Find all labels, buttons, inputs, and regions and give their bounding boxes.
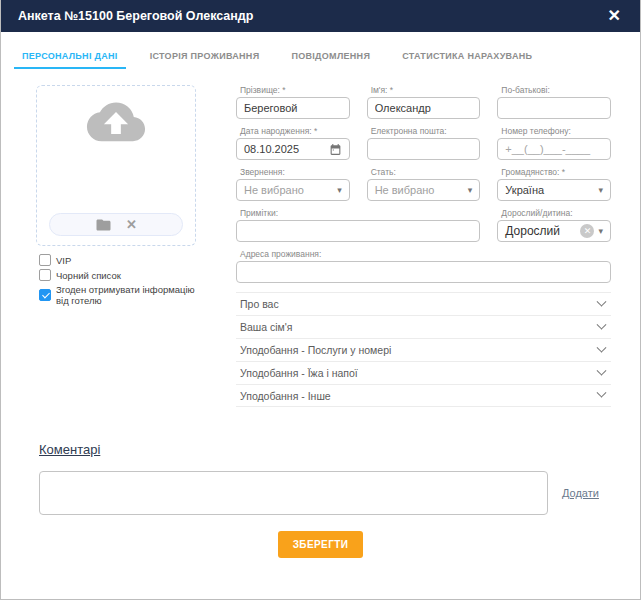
salutation-select[interactable]: Не вибрано ▾ <box>236 179 350 201</box>
field-notes: Примітки: <box>236 208 480 242</box>
field-label: Примітки: <box>240 208 480 218</box>
comment-input[interactable] <box>39 471 548 515</box>
citizenship-select[interactable]: Україна ▾ <box>497 179 611 201</box>
field-label: Дата народження: * <box>240 126 350 136</box>
photo-column: ✕ VIP Чорний список Згоден отримувати ін… <box>36 85 196 407</box>
main-content: ✕ VIP Чорний список Згоден отримувати ін… <box>1 69 640 407</box>
save-button[interactable]: ЗБЕРЕГТИ <box>278 531 364 558</box>
chevron-down-icon <box>597 365 607 375</box>
field-address: Адреса проживання: <box>236 249 611 283</box>
calendar-icon[interactable] <box>329 143 342 156</box>
tab-personal-data[interactable]: ПЕРСОНАЛЬНІ ДАНІ <box>14 46 126 69</box>
field-label: Ім'я: * <box>371 85 481 95</box>
field-label: По-батькові: <box>501 85 611 95</box>
adult-child-select[interactable]: Дорослий ✕ ▾ <box>497 220 611 242</box>
photo-upload-dropzone[interactable]: ✕ <box>36 85 196 246</box>
field-label: Електронна пошта: <box>371 126 481 136</box>
accordion-label: Уподобання - Інше <box>240 390 331 402</box>
adult-child-value: Дорослий <box>505 224 580 238</box>
phone-input[interactable] <box>497 138 611 160</box>
accordion-other[interactable]: Уподобання - Інше <box>236 384 611 407</box>
gender-value: Не вибрано <box>375 184 464 196</box>
notes-input[interactable] <box>236 220 480 242</box>
accordion-label: Уподобання - Послуги у номері <box>240 344 391 356</box>
field-citizenship: Громадянство: * Україна ▾ <box>497 167 611 201</box>
remove-photo-icon[interactable]: ✕ <box>126 218 137 231</box>
comments-row: Додати <box>39 471 611 515</box>
field-adult-child: Дорослий/дитина: Дорослий ✕ ▾ <box>497 208 611 242</box>
citizenship-value: Україна <box>505 184 594 196</box>
field-middle-name: По-батькові: <box>497 85 611 119</box>
chevron-down-icon: ▾ <box>337 185 342 195</box>
field-label: Стать: <box>371 167 481 177</box>
last-name-input[interactable] <box>236 97 350 119</box>
chevron-down-icon <box>597 296 607 306</box>
accordion-label: Про вас <box>240 298 279 310</box>
field-gender: Стать: Не вибрано ▾ <box>367 167 481 201</box>
comments-section: Коментарі Додати <box>1 440 640 515</box>
chevron-down-icon <box>597 319 607 329</box>
dialog-title: Анкета №15100 Береговой Олександр <box>18 9 253 23</box>
preference-accordions: Про вас Ваша сім'я Уподобання - Послуги … <box>236 292 611 407</box>
field-label: Адреса проживання: <box>240 249 611 259</box>
clear-icon[interactable]: ✕ <box>580 224 594 238</box>
guest-profile-dialog: Анкета №15100 Береговой Олександр ✕ ПЕРС… <box>0 0 641 600</box>
personal-fields-grid: Прізвище: * Ім'я: * По-батькові: Дата на… <box>236 85 611 283</box>
accordion-about-you[interactable]: Про вас <box>236 292 611 315</box>
field-last-name: Прізвище: * <box>236 85 350 119</box>
tab-notifications[interactable]: ПОВІДОМЛЕННЯ <box>283 46 378 69</box>
chevron-down-icon: ▾ <box>598 185 603 195</box>
photo-toolbar: ✕ <box>49 213 183 236</box>
field-label: Прізвище: * <box>240 85 350 95</box>
accordion-food-drinks[interactable]: Уподобання - Їжа і напої <box>236 361 611 384</box>
cloud-upload-icon <box>85 100 147 146</box>
field-phone: Номер телефону: <box>497 126 611 160</box>
field-label: Номер телефону: <box>501 126 611 136</box>
field-label: Громадянство: * <box>501 167 611 177</box>
field-email: Електронна пошта: <box>367 126 481 160</box>
tab-stay-history[interactable]: ІСТОРІЯ ПРОЖИВАННЯ <box>142 46 268 69</box>
accordion-label: Ваша сім'я <box>240 321 293 333</box>
close-icon[interactable]: ✕ <box>606 8 623 24</box>
comments-title: Коментарі <box>39 442 100 457</box>
consent-checkbox[interactable]: Згоден отримувати інформацію від готелю <box>39 284 196 306</box>
vip-checkbox[interactable]: VIP <box>39 254 196 266</box>
field-first-name: Ім'я: * <box>367 85 481 119</box>
accordion-room-services[interactable]: Уподобання - Послуги у номері <box>236 338 611 361</box>
middle-name-input[interactable] <box>497 97 611 119</box>
folder-icon[interactable] <box>95 218 112 232</box>
chevron-down-icon <box>597 342 607 352</box>
tab-bar: ПЕРСОНАЛЬНІ ДАНІ ІСТОРІЯ ПРОЖИВАННЯ ПОВІ… <box>1 46 640 69</box>
checkbox-box[interactable] <box>39 269 51 281</box>
add-comment-link[interactable]: Додати <box>562 487 599 499</box>
flags-group: VIP Чорний список Згоден отримувати інфо… <box>36 254 196 306</box>
checkbox-box[interactable] <box>39 254 51 266</box>
chevron-down-icon: ▾ <box>598 226 603 236</box>
save-row: ЗБЕРЕГТИ <box>1 531 640 558</box>
dialog-header: Анкета №15100 Береговой Олександр ✕ <box>1 0 640 32</box>
chevron-down-icon <box>597 388 607 398</box>
accordion-your-family[interactable]: Ваша сім'я <box>236 315 611 338</box>
birth-date-input[interactable]: 08.10.2025 <box>236 138 350 160</box>
email-input[interactable] <box>367 138 481 160</box>
salutation-value: Не вибрано <box>244 184 333 196</box>
field-birth-date: Дата народження: * 08.10.2025 <box>236 126 350 160</box>
address-input[interactable] <box>236 261 611 283</box>
checkbox-label: Чорний список <box>56 270 121 281</box>
gender-select[interactable]: Не вибрано ▾ <box>367 179 481 201</box>
chevron-down-icon: ▾ <box>468 185 473 195</box>
field-label: Звернення: <box>240 167 350 177</box>
field-label: Дорослий/дитина: <box>501 208 611 218</box>
form-column: Прізвище: * Ім'я: * По-батькові: Дата на… <box>236 85 611 407</box>
checkbox-label: Згоден отримувати інформацію від готелю <box>56 284 196 306</box>
checkbox-box[interactable] <box>39 289 51 301</box>
field-salutation: Звернення: Не вибрано ▾ <box>236 167 350 201</box>
checkbox-label: VIP <box>56 255 71 266</box>
blacklist-checkbox[interactable]: Чорний список <box>39 269 196 281</box>
first-name-input[interactable] <box>367 97 481 119</box>
tab-accrual-statistics[interactable]: СТАТИСТИКА НАРАХУВАНЬ <box>394 46 540 69</box>
accordion-label: Уподобання - Їжа і напої <box>240 367 358 379</box>
birth-date-value: 08.10.2025 <box>244 143 299 155</box>
